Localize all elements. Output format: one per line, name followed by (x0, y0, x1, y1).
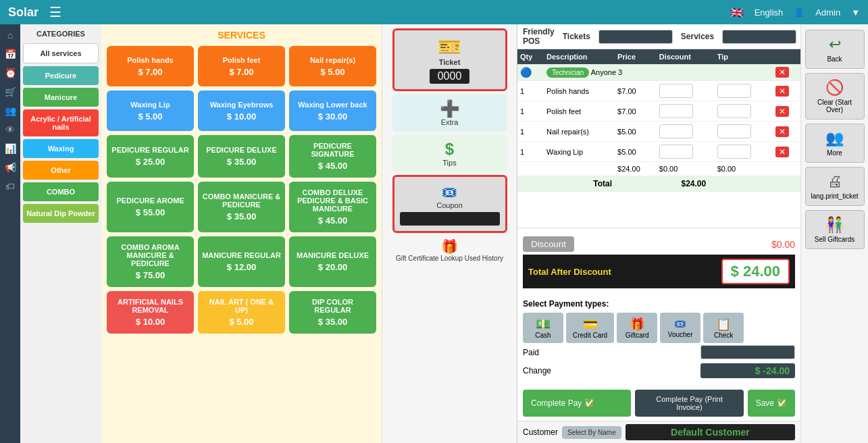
technician-badge: Technician (546, 68, 589, 78)
default-customer-label: Default Customer (626, 424, 795, 440)
more-icon: 👥 (825, 130, 844, 147)
service-waxing-lower-back[interactable]: Waxing Lower back$ 30.00 (289, 90, 376, 131)
services-input[interactable] (722, 30, 796, 44)
home-icon[interactable]: ⌂ (7, 30, 13, 41)
service-nail-art[interactable]: NAIL ART ( ONE & UP)$ 5.00 (198, 291, 285, 334)
sell-giftcards-button[interactable]: 👫 Sell Giftcards (805, 210, 865, 249)
clock-icon[interactable]: ⏰ (5, 68, 16, 78)
voucher-payment-btn[interactable]: 🎟 Voucher (660, 313, 700, 343)
clear-button[interactable]: 🚫 Clear (Start Over) (805, 73, 865, 120)
order-totals: Discount $0.00 Total After Discount $ 24… (517, 228, 800, 294)
calendar-icon[interactable]: 📅 (5, 49, 16, 59)
service-pedicure-arome[interactable]: PEDICURE AROME$ 55.00 (107, 182, 194, 232)
sell-giftcards-icon: 👫 (825, 216, 844, 234)
row4-discount[interactable] (659, 145, 693, 159)
total-after-discount-row: Total After Discount $ 24.00 (523, 255, 795, 288)
row1-tip[interactable] (717, 84, 751, 98)
discount-button[interactable]: Discount (523, 236, 574, 252)
extra-box[interactable]: ➕ Extra (392, 94, 507, 132)
delete-row3-btn[interactable]: ✕ (775, 126, 789, 137)
menu-icon[interactable]: ☰ (49, 4, 61, 20)
row3-qty: 1 (517, 122, 544, 142)
delete-row4-btn[interactable]: ✕ (775, 147, 789, 157)
service-waxing-eyebrows[interactable]: Waxing Eyebrows$ 10.00 (198, 90, 285, 131)
service-combo-deluxe[interactable]: COMBO DELUXE PEDICURE & BASIC MANICURE$ … (289, 182, 376, 232)
speaker-icon[interactable]: 📢 (5, 162, 16, 173)
back-button[interactable]: ↩ Back (805, 30, 865, 69)
tickets-input[interactable] (598, 30, 673, 44)
action-buttons: Complete Pay ✅ Complete Pay (Print Invoi… (517, 386, 800, 421)
service-polish-feet[interactable]: Polish feet$ 7.00 (198, 46, 285, 86)
row2-desc: Polish feet (544, 101, 615, 122)
service-combo-aroma[interactable]: COMBO AROMA MANICURE & PEDICURE$ 75.00 (107, 236, 194, 287)
categories-panel: CATEGORIES All services Pedicure Manicur… (20, 24, 101, 443)
row1-discount[interactable] (659, 84, 693, 98)
service-nail-repair[interactable]: Nail repair(s)$ 5.00 (289, 46, 376, 86)
save-button[interactable]: Save ✅ (748, 390, 795, 417)
user-label[interactable]: Admin (815, 7, 840, 18)
giftcard-payment-btn[interactable]: 🎁 Giftcard (617, 313, 657, 343)
service-combo-manicure-pedicure[interactable]: COMBO MANICURE & PEDICURE$ 35.00 (198, 182, 285, 232)
coupon-box[interactable]: 🎟 Coupon (392, 175, 507, 233)
delete-row2-btn[interactable]: ✕ (775, 106, 789, 117)
friendly-pos-label: Friendly POS (523, 27, 555, 46)
row2-discount[interactable] (659, 104, 693, 118)
complete-pay-print-button[interactable]: Complete Pay (Print Invoice) (635, 390, 743, 417)
services-header: SERVICES (107, 30, 376, 41)
paid-input[interactable] (700, 345, 795, 359)
more-button[interactable]: 👥 More (805, 124, 865, 163)
category-acrylic[interactable]: Acrylic / Artificial nails (23, 109, 99, 136)
delete-row1-btn[interactable]: ✕ (775, 86, 789, 97)
category-combo[interactable]: COMBO (23, 182, 99, 201)
delete-technician-btn[interactable]: ✕ (775, 67, 789, 78)
row4-tip[interactable] (717, 145, 751, 159)
category-waxing[interactable]: Waxing (23, 139, 99, 158)
service-manicure-deluxe[interactable]: MANICURE DELUXE$ 20.00 (289, 236, 376, 287)
category-all-services[interactable]: All services (23, 43, 99, 63)
service-dip-color-regular[interactable]: DIP COLOR REGULAR$ 35.00 (289, 291, 376, 334)
flag-icon: 🇬🇧 (730, 6, 744, 19)
service-waxing-lip[interactable]: Waxing Lip$ 5.00 (107, 90, 194, 131)
row1-desc: Polish hands (544, 81, 615, 101)
service-polish-hands[interactable]: Polish hands$ 7.00 (107, 46, 194, 86)
coupon-number (400, 212, 500, 226)
tips-box[interactable]: $ Tips (392, 134, 507, 172)
complete-pay-button[interactable]: Complete Pay ✅ (523, 390, 631, 417)
category-other[interactable]: Other (23, 161, 99, 180)
cash-payment-btn[interactable]: 💵 Cash (523, 313, 563, 343)
category-natural-dip[interactable]: Natural Dip Powder (23, 204, 99, 223)
chart-icon[interactable]: 📊 (5, 143, 16, 154)
category-manicure[interactable]: Manicure (23, 88, 99, 107)
technician-name: Anyone 3 (591, 68, 622, 76)
radio-icon[interactable]: 🔵 (520, 67, 532, 78)
giftcard-icon: 🎁 (630, 317, 644, 332)
service-pedicure-deluxe[interactable]: PEDICURE DELUXE$ 35.00 (198, 135, 285, 178)
row2-tip[interactable] (717, 104, 751, 118)
check-icon: 📋 (716, 317, 731, 332)
giftcert-box[interactable]: 🎁 Gift Certificate Lookup Used History (392, 236, 507, 265)
service-manicure-regular[interactable]: MANICURE REGULAR$ 12.00 (198, 236, 285, 287)
row4-desc: Waxing Lip (544, 142, 615, 162)
cart-icon[interactable]: 🛒 (5, 86, 16, 97)
total-label: Total (544, 176, 615, 192)
credit-card-payment-btn[interactable]: 💳 Credit Card (566, 313, 614, 343)
order-row-3: 1 Nail repair(s) $5.00 ✕ (517, 122, 800, 142)
tag-icon[interactable]: 🏷 (5, 181, 15, 192)
order-table-wrap: Qty Description Price Discount Tip 🔵 Tec… (517, 49, 800, 228)
col-qty: Qty (517, 49, 544, 64)
row4-price: $5.00 (615, 142, 657, 162)
row3-tip[interactable] (717, 124, 751, 138)
service-pedicure-signature[interactable]: PEDICURE SIGNATURE$ 45.00 (289, 135, 376, 178)
ticket-box[interactable]: 🎫 Ticket 0000 (392, 28, 507, 91)
print-ticket-button[interactable]: 🖨 lang.print_ticket (805, 167, 865, 206)
users-icon[interactable]: 👥 (5, 105, 16, 116)
eye-icon[interactable]: 👁 (5, 124, 15, 135)
service-pedicure-regular[interactable]: PEDICURE REGULAR$ 25.00 (107, 135, 194, 178)
category-pedicure[interactable]: Pedicure (23, 66, 99, 85)
subtotal-tip: $0.00 (715, 162, 773, 176)
check-payment-btn[interactable]: 📋 Check (703, 313, 744, 343)
service-artificial-nails-removal[interactable]: ARTIFICIAL NAILS REMOVAL$ 10.00 (107, 291, 194, 334)
select-by-name-button[interactable]: Select By Name (562, 426, 621, 439)
language-label[interactable]: English (755, 7, 784, 18)
row3-discount[interactable] (659, 124, 693, 138)
